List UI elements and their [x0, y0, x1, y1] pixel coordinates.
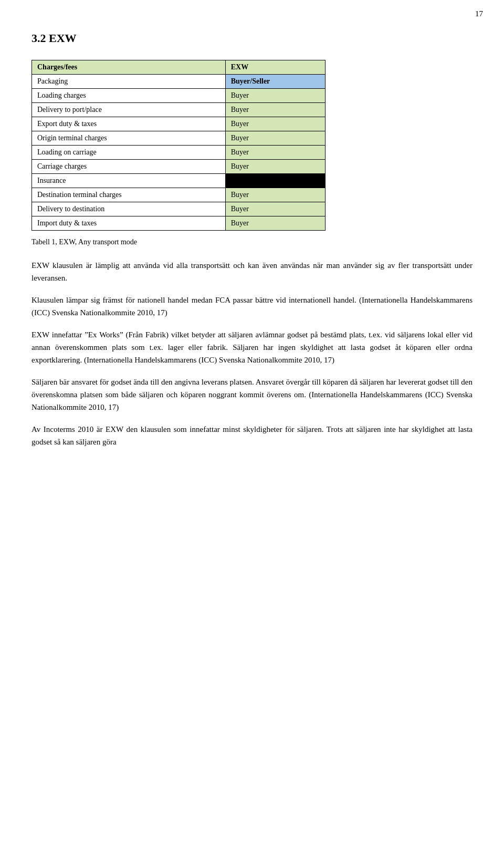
table-row-label-8: Destination terminal charges	[32, 188, 226, 202]
table-row-value-0: Buyer/Seller	[225, 75, 325, 89]
table-row-value-4: Buyer	[225, 131, 325, 146]
table-row-label-2: Delivery to port/place	[32, 103, 226, 117]
table-row-value-6: Buyer	[225, 160, 325, 174]
table-caption: Tabell 1, EXW, Any transport mode	[32, 238, 472, 246]
table-header-exw: EXW	[225, 60, 325, 75]
paragraph-0: EXW klausulen är lämplig att använda vid…	[32, 259, 472, 284]
table-row-value-7	[225, 174, 325, 188]
table-row-value-8: Buyer	[225, 188, 325, 202]
table-row-value-1: Buyer	[225, 89, 325, 103]
table-row-label-6: Carriage charges	[32, 160, 226, 174]
charges-table: Charges/fees EXW PackagingBuyer/SellerLo…	[32, 60, 326, 231]
table-row-label-3: Export duty & taxes	[32, 117, 226, 131]
table-row-value-3: Buyer	[225, 117, 325, 131]
page-number: 17	[475, 9, 483, 18]
table-row-value-2: Buyer	[225, 103, 325, 117]
table-row-label-7: Insurance	[32, 174, 226, 188]
section-title: 3.2 EXW	[32, 32, 472, 45]
paragraph-2: EXW innefattar ”Ex Works” (Från Fabrik) …	[32, 328, 472, 366]
table-header-charges: Charges/fees	[32, 60, 226, 75]
table-row-label-4: Origin terminal charges	[32, 131, 226, 146]
table-row-label-5: Loading on carriage	[32, 146, 226, 160]
paragraph-1: Klausulen lämpar sig främst för nationel…	[32, 294, 472, 319]
table-row-label-9: Delivery to destination	[32, 202, 226, 216]
table-row-label-10: Import duty & taxes	[32, 216, 226, 231]
paragraph-3: Säljaren bär ansvaret för godset ända ti…	[32, 376, 472, 413]
table-row-label-0: Packaging	[32, 75, 226, 89]
table-row-value-9: Buyer	[225, 202, 325, 216]
table-row-value-5: Buyer	[225, 146, 325, 160]
table-row-label-1: Loading charges	[32, 89, 226, 103]
table-row-value-10: Buyer	[225, 216, 325, 231]
paragraph-4: Av Incoterms 2010 är EXW den klausulen s…	[32, 423, 472, 448]
